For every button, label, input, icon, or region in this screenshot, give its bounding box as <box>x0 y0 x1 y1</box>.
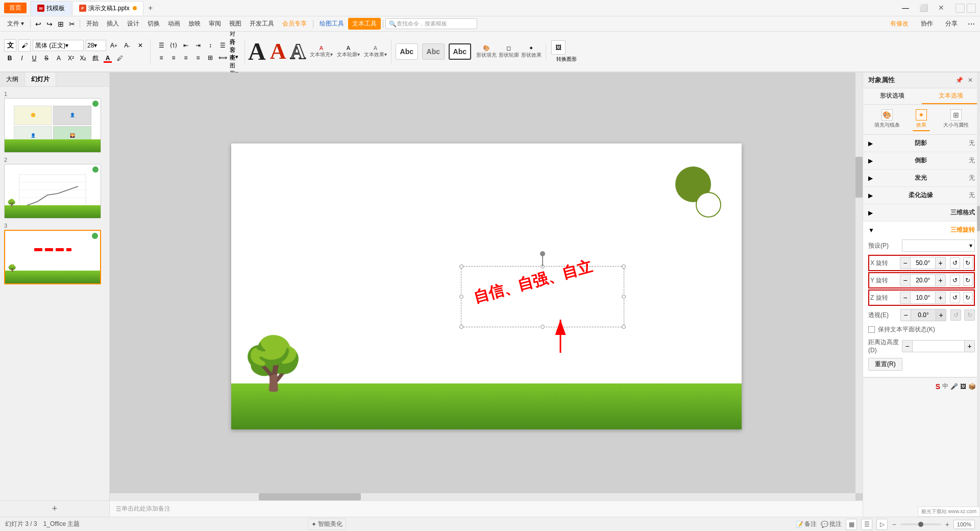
zoom-out-btn[interactable]: − <box>892 520 896 528</box>
restore-button[interactable]: ⬜ <box>919 4 928 13</box>
big-A-outline-btn[interactable]: A <box>290 41 305 62</box>
rp-tab-shape[interactable]: 形状选项 <box>863 88 922 104</box>
big-A-red-btn[interactable]: A <box>270 40 286 63</box>
underline-btn[interactable]: U <box>29 53 40 64</box>
z-rotation-minus[interactable]: − <box>900 292 910 304</box>
text-box-btn[interactable]: 文 <box>4 39 16 52</box>
reset-button[interactable]: 重置(R) <box>868 358 902 371</box>
text-fill-btn[interactable]: A 文本填充▾ <box>310 45 333 58</box>
shadow-text-btn[interactable]: A <box>53 53 64 64</box>
rp-close-btn[interactable]: ✕ <box>966 76 975 85</box>
smart-opt-btn[interactable]: ✦ 智能美化 <box>308 518 346 530</box>
preset-select[interactable]: ▾ <box>902 239 975 252</box>
para-spacing-btn[interactable]: ☰ <box>217 40 228 51</box>
zoom-level[interactable]: 100% <box>953 520 975 529</box>
dist-align-btn[interactable]: ⊞ <box>205 52 216 63</box>
menu-file[interactable]: 文件 ▾ <box>3 18 28 30</box>
y-rotation-minus[interactable]: − <box>900 274 910 286</box>
menu-developer[interactable]: 开发工具 <box>246 18 278 30</box>
search-box[interactable]: 🔍 查找命令，搜索模板 <box>385 18 477 29</box>
strikethrough-btn[interactable]: S <box>41 53 52 64</box>
extra-btn-2[interactable] <box>967 4 976 13</box>
numbered-list-btn[interactable]: ⑴ <box>168 40 179 51</box>
home-button[interactable]: 首页 <box>4 3 27 13</box>
special-char-btn[interactable]: 戲 <box>90 53 101 64</box>
rp-sub-fill[interactable]: 🎨 填充与线条 <box>871 108 903 131</box>
slide-thumb-2[interactable]: 2 🌳 <box>4 157 105 219</box>
rp-sub-effect[interactable]: ✦ 效果 <box>913 108 930 131</box>
view-outline-btn[interactable]: ☰ <box>861 519 872 530</box>
menu-member[interactable]: 会员专享 <box>278 18 311 30</box>
tab-wps[interactable]: W 找模板 <box>31 1 71 15</box>
undo-button[interactable]: ↩ <box>33 18 44 30</box>
elevation-input[interactable] <box>911 309 936 321</box>
rp-scrollbar-thumb[interactable] <box>977 206 980 231</box>
font-name-select[interactable]: 黑体 (正文)▾ <box>33 40 84 51</box>
handle-tr[interactable] <box>622 264 626 269</box>
rp-tab-text[interactable]: 文本选项 <box>922 88 981 104</box>
shape-fill-btn[interactable]: 🎨 形状填充 <box>476 45 497 59</box>
z-rotation-input[interactable] <box>910 292 936 304</box>
handle-bc[interactable] <box>541 325 545 329</box>
font-size-increase[interactable]: A+ <box>108 40 119 51</box>
big-A-black-btn[interactable]: A <box>248 39 266 64</box>
convert-img-btn[interactable]: 🖼 <box>551 40 566 55</box>
view-slide-btn[interactable]: ▷ <box>876 519 888 530</box>
cut-btn[interactable]: ✂ <box>66 18 78 30</box>
redo-button[interactable]: ↪ <box>44 18 55 30</box>
y-rotation-input[interactable] <box>910 274 936 286</box>
highlight-btn[interactable]: 🖊 <box>114 53 126 64</box>
menu-view[interactable]: 视图 <box>225 18 246 30</box>
handle-bl[interactable] <box>459 325 463 329</box>
zoom-thumb[interactable] <box>918 522 923 527</box>
x-rotation-minus[interactable]: − <box>900 257 910 269</box>
shape-effect-btn[interactable]: ✦ 形状效果 <box>521 45 542 59</box>
collab-button[interactable]: 协作 <box>917 18 937 30</box>
superscript-btn[interactable]: X² <box>65 53 77 64</box>
rp-sub-size[interactable]: ⊞ 大小与属性 <box>940 108 972 131</box>
abc-white-btn[interactable]: Abc <box>396 43 418 60</box>
tab-ppt[interactable]: P 演示文稿1.pptx <box>72 1 143 15</box>
elevation-plus[interactable]: + <box>936 309 946 321</box>
elevation-reset[interactable]: ↺ <box>950 309 961 321</box>
menu-start[interactable]: 开始 <box>82 18 103 30</box>
soften-header[interactable]: ▶ 柔化边缘 无 <box>868 191 975 200</box>
menu-insert[interactable]: 插入 <box>103 18 123 30</box>
y-rotation-reset[interactable]: ↺ <box>950 275 960 286</box>
format-btn[interactable]: ⊞ <box>55 18 66 30</box>
menu-draw-tools[interactable]: 绘图工具 <box>315 18 348 30</box>
notes-btn[interactable]: 📝 备注 <box>796 520 817 528</box>
reflection-header[interactable]: ▶ 倒影 无 <box>868 156 975 165</box>
align-right-btn[interactable]: ≡ <box>180 52 191 63</box>
rp-scrollbar[interactable] <box>977 73 980 517</box>
close-button[interactable]: ✕ <box>938 4 944 13</box>
add-tab-button[interactable]: + <box>144 2 157 14</box>
y-rotation-plus[interactable]: + <box>936 274 946 286</box>
format-painter-btn[interactable]: 🖌 <box>18 39 31 52</box>
zoom-in-btn[interactable]: + <box>945 520 949 528</box>
tab-slides[interactable]: 幻灯片 <box>25 73 56 86</box>
rp-pin-btn[interactable]: 📌 <box>954 76 964 85</box>
shadow-header[interactable]: ▶ 阴影 无 <box>868 139 975 148</box>
handle-tl[interactable] <box>459 264 463 269</box>
v-scrollbar-thumb[interactable] <box>855 157 863 198</box>
align-left-btn[interactable]: ≡ <box>156 52 167 63</box>
handle-mr[interactable] <box>622 295 626 299</box>
subscript-btn[interactable]: X₂ <box>78 53 89 64</box>
indent-decrease-btn[interactable]: ⇤ <box>180 40 191 51</box>
clear-format-btn[interactable]: ✕ <box>135 40 146 51</box>
distance-minus[interactable]: − <box>902 340 912 352</box>
shape-outline-btn[interactable]: ◻ 形状轮廓 <box>499 45 519 59</box>
menu-animate[interactable]: 动画 <box>164 18 184 30</box>
x-rotation-input[interactable] <box>910 257 936 269</box>
font-color-btn[interactable]: A <box>102 53 113 64</box>
x-rotation-set[interactable]: ↻ <box>963 257 973 269</box>
justify-btn[interactable]: ≡ <box>192 52 204 63</box>
rotation3d-header[interactable]: ▼ 三维旋转 <box>868 226 975 234</box>
extra-btn-1[interactable] <box>955 4 965 13</box>
x-rotation-plus[interactable]: + <box>936 257 946 269</box>
notes-area[interactable]: ☰ 单击此处添加备注 <box>110 500 863 517</box>
convert-shape-btn[interactable]: 转换图形 <box>551 56 582 63</box>
x-rotation-reset[interactable]: ↺ <box>950 257 960 269</box>
zoom-slider[interactable] <box>900 523 941 525</box>
